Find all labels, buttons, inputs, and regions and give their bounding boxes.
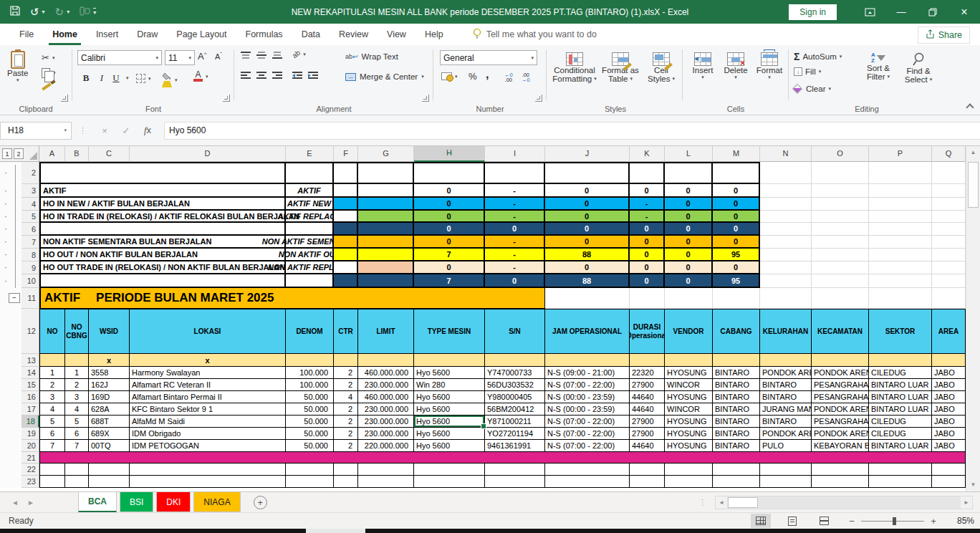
horizontal-scroll-thumb[interactable]	[728, 497, 758, 508]
cell-H15[interactable]: Win 280	[414, 379, 485, 391]
font-name-combo[interactable]: Calibri▾	[77, 50, 162, 65]
row-header-16[interactable]: 16	[21, 391, 39, 403]
summary-kode-10[interactable]	[286, 274, 334, 288]
collapse-ribbon-icon[interactable]	[966, 103, 974, 111]
cell-Q15[interactable]: JABO	[932, 379, 966, 391]
summary-value-J6[interactable]: 0	[545, 223, 630, 236]
cell-P[interactable]	[869, 198, 932, 211]
fill-color-button[interactable]: ▾	[162, 72, 178, 87]
cell-Q[interactable]	[932, 249, 966, 261]
cell-G17[interactable]: 230.000.000	[358, 403, 414, 416]
cell-G7[interactable]	[358, 236, 414, 249]
detail-header-kelurahan[interactable]: KELURAHAN	[760, 309, 812, 354]
cell-J18[interactable]: N-S (07:00 - 22:00)	[545, 416, 630, 428]
cell-L[interactable]	[665, 288, 713, 309]
ribbon-tab-insert[interactable]: Insert	[87, 24, 128, 45]
row-header-9[interactable]: 9	[21, 261, 39, 274]
cell-N[interactable]	[760, 249, 812, 261]
cell-A18[interactable]: 5	[39, 416, 65, 428]
ribbon-tab-page-layout[interactable]: Page Layout	[167, 24, 236, 45]
filter-cell-F[interactable]	[334, 354, 358, 367]
summary-value-K6[interactable]: 0	[630, 223, 665, 236]
cell-K23[interactable]	[630, 476, 665, 488]
outline-level-1-button[interactable]: 1	[2, 148, 12, 159]
shrink-font-button[interactable]: Aˇ	[215, 51, 222, 61]
incre ase-decimal-button[interactable]: ←0.00	[504, 72, 513, 82]
cell-F17[interactable]: 2	[334, 403, 358, 416]
detail-header-lokasi[interactable]: LOKASI	[130, 309, 286, 354]
detail-header-area[interactable]: AREA	[932, 309, 966, 354]
cell-J16[interactable]: N-S (00:00 - 23:59)	[545, 391, 630, 403]
cell-J15[interactable]: N-S (07:00 - 22:00)	[545, 379, 630, 391]
cell-O17[interactable]: PONDOK AREN	[812, 403, 869, 416]
cell-M[interactable]	[713, 288, 760, 309]
column-header-O[interactable]: O	[812, 146, 869, 162]
summary-value-H4[interactable]: 0	[414, 198, 485, 211]
cell-L19[interactable]: HYOSUNG	[665, 428, 713, 440]
cell-P[interactable]	[869, 249, 932, 261]
column-header-L[interactable]: L	[665, 146, 713, 162]
cell-O[interactable]	[812, 249, 869, 261]
filter-cell-O[interactable]	[812, 354, 869, 367]
bottom-align-button[interactable]	[272, 52, 282, 59]
summary-value-J4[interactable]: 0	[545, 198, 630, 211]
horizontal-scrollbar[interactable]: ◄ ►	[715, 496, 973, 509]
cell-O15[interactable]: PESANGRAHAN	[812, 379, 869, 391]
cell-I22[interactable]	[485, 464, 545, 476]
vertical-scrollbar[interactable]: ▲ ▼	[966, 146, 980, 491]
share-button[interactable]: Share	[918, 27, 970, 44]
cell-N14[interactable]: PONDOK AREN	[760, 367, 812, 379]
cell-H14[interactable]: Hyo 5600	[414, 367, 485, 379]
sheet-nav-left-icon[interactable]: ◄	[7, 499, 23, 506]
filter-cell-E[interactable]	[286, 354, 334, 367]
middle-align-button[interactable]	[256, 52, 266, 59]
summary-value-J3[interactable]: 0	[545, 184, 630, 198]
ribbon-tab-home[interactable]: Home	[43, 24, 87, 45]
cell-M14[interactable]: BINTARO	[713, 367, 760, 379]
ribbon-tab-review[interactable]: Review	[330, 24, 378, 45]
cell-A23[interactable]	[39, 476, 65, 488]
cell-C19[interactable]: 689X	[89, 428, 130, 440]
summary-value-H6[interactable]: 0	[414, 223, 485, 236]
row-header-18[interactable]: 18	[21, 416, 39, 428]
summary-value-L3[interactable]: 0	[665, 184, 713, 198]
cell-M18[interactable]: BINTARO	[713, 416, 760, 428]
summary-value-I4[interactable]: -	[485, 198, 545, 211]
column-header-E[interactable]: E	[286, 146, 334, 162]
row-header-5[interactable]: 5	[21, 211, 39, 223]
cell-J20[interactable]: N-S (07:00 - 22:00)	[545, 440, 630, 452]
cell-G16[interactable]: 460.000.000	[358, 391, 414, 403]
cell-B22[interactable]	[65, 464, 89, 476]
summary-value-M3[interactable]: 0	[713, 184, 760, 198]
summary-value-L5[interactable]: 0	[665, 211, 713, 223]
cell-Q20[interactable]: JABO	[932, 440, 966, 452]
cell-Q19[interactable]: JABO	[932, 428, 966, 440]
filter-cell-Q[interactable]	[932, 354, 966, 367]
zoom-level[interactable]: 85%	[946, 516, 974, 526]
cell-D19[interactable]: IDM Obrigado	[130, 428, 286, 440]
cell-D17[interactable]: KFC Bintaro Sektor 9 1	[130, 403, 286, 416]
merge-center-button[interactable]: ↔ Merge & Center ▾	[345, 72, 424, 81]
number-dialog-launcher-icon[interactable]	[535, 95, 542, 102]
cell-F20[interactable]: 2	[334, 440, 358, 452]
cell-I15[interactable]: 56DU303532	[485, 379, 545, 391]
zoom-out-button[interactable]: −	[844, 516, 860, 527]
zoom-slider-thumb[interactable]	[893, 517, 896, 525]
column-header-M[interactable]: M	[713, 146, 760, 162]
cell-I23[interactable]	[485, 476, 545, 488]
tell-me-box[interactable]: Tell me what you want to do	[473, 24, 597, 45]
summary-kode-7[interactable]: NON AKTIF SEMENTARA	[286, 236, 334, 249]
format-as-table-button[interactable]: Format as Table▾	[599, 52, 642, 83]
cell-K20[interactable]: 44640	[630, 440, 665, 452]
cell-G4[interactable]	[358, 198, 414, 211]
summary-label-10[interactable]: TOTAL	[39, 274, 286, 288]
filter-cell-B[interactable]	[65, 354, 89, 367]
cell-K16[interactable]: 44640	[630, 391, 665, 403]
ribbon-tab-help[interactable]: Help	[415, 24, 453, 45]
cell-H16[interactable]: Hyo 5600	[414, 391, 485, 403]
filter-cell-D[interactable]: x	[130, 354, 286, 367]
cell-O14[interactable]: PONDOK AREN	[812, 367, 869, 379]
row-header-17[interactable]: 17	[21, 403, 39, 416]
cell-B14[interactable]: 1	[65, 367, 89, 379]
cell-Q22[interactable]	[932, 464, 966, 476]
